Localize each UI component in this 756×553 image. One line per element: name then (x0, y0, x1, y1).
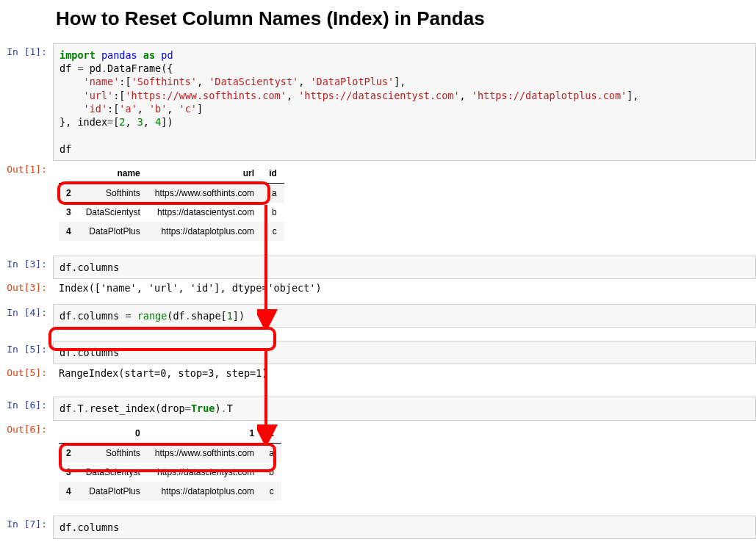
in-prompt-6: In [6]: (0, 397, 53, 420)
in-prompt-3: In [3]: (0, 256, 53, 279)
row-index: 3 (59, 203, 79, 222)
dataframe-output-1: nameurlid2Softhintshttps://www.softhints… (53, 161, 756, 250)
table-header: 2 (262, 424, 281, 444)
out-prompt-6: Out[6]: (0, 421, 53, 510)
table-cell: c (262, 482, 281, 501)
in-prompt-7: In [7]: (0, 516, 53, 539)
row-index: 3 (59, 463, 79, 482)
notebook-container: How to Reset Column Names (Index) in Pan… (0, 7, 756, 539)
cell-in-3: In [3]: df.columns (0, 256, 756, 279)
text-output-5: RangeIndex(start=0, stop=3, step=1) (53, 364, 756, 383)
table-row: 3DataScientysthttps://datascientyst.comb (59, 463, 281, 482)
table-cell: a (262, 183, 284, 203)
table-cell: https://datascientyst.com (148, 463, 262, 482)
in-prompt-5: In [5]: (0, 341, 53, 364)
row-index: 4 (59, 482, 79, 501)
table-cell: DataScientyst (79, 463, 148, 482)
cell-out-1: Out[1]: nameurlid2Softhintshttps://www.s… (0, 161, 756, 250)
table-cell: a (262, 443, 281, 463)
out-prompt-3: Out[3]: (0, 279, 53, 298)
page-title: How to Reset Column Names (Index) in Pan… (56, 7, 756, 30)
table-row: 4DataPlotPlushttps://dataplotplus.comc (59, 482, 281, 501)
table-cell: https://datascientyst.com (148, 203, 262, 222)
table-cell: b (262, 203, 284, 222)
table-row: 3DataScientysthttps://datascientyst.comb (59, 203, 284, 222)
table-cell: DataScientyst (79, 203, 148, 222)
cell-in-5: In [5]: df.columns (0, 341, 756, 364)
table-header (59, 424, 79, 444)
row-index: 2 (59, 443, 79, 463)
row-index: 2 (59, 183, 79, 203)
table-row: 4DataPlotPlushttps://dataplotplus.comc (59, 222, 284, 241)
table-cell: b (262, 463, 281, 482)
table-header (59, 164, 79, 184)
table-cell: c (262, 222, 284, 241)
text-output-3: Index(['name', 'url', 'id'], dtype='obje… (53, 279, 756, 298)
table-cell: https://dataplotplus.com (148, 482, 262, 501)
table-cell: https://www.softhints.com (148, 443, 262, 463)
cell-in-6: In [6]: df.T.reset_index(drop=True).T (0, 397, 756, 420)
code-input-5[interactable]: df.columns (53, 341, 756, 364)
cell-out-5: Out[5]: RangeIndex(start=0, stop=3, step… (0, 364, 756, 383)
table-cell: https://dataplotplus.com (148, 222, 262, 241)
table-header: id (262, 164, 284, 184)
row-index: 4 (59, 222, 79, 241)
code-input-3[interactable]: df.columns (53, 256, 756, 279)
dataframe-output-6: 0122Softhintshttps://www.softhints.coma3… (53, 421, 756, 510)
cell-in-1: In [1]: import pandas as pd df = pd.Data… (0, 43, 756, 161)
code-input-6[interactable]: df.T.reset_index(drop=True).T (53, 397, 756, 420)
code-input-4[interactable]: df.columns = range(df.shape[1]) (53, 304, 756, 328)
in-prompt-4: In [4]: (0, 304, 53, 328)
table-cell: https://www.softhints.com (148, 183, 262, 203)
in-prompt-1: In [1]: (0, 43, 53, 161)
code-input-1[interactable]: import pandas as pd df = pd.DataFrame({ … (53, 43, 756, 161)
table-row: 2Softhintshttps://www.softhints.coma (59, 183, 284, 203)
cell-out-3: Out[3]: Index(['name', 'url', 'id'], dty… (0, 279, 756, 298)
table-cell: DataPlotPlus (79, 222, 148, 241)
dataframe-table-6: 0122Softhintshttps://www.softhints.coma3… (59, 424, 281, 501)
out-prompt-1: Out[1]: (0, 161, 53, 250)
dataframe-table-1: nameurlid2Softhintshttps://www.softhints… (59, 164, 284, 241)
cell-in-4: In [4]: df.columns = range(df.shape[1]) (0, 304, 756, 328)
cell-out-6: Out[6]: 0122Softhintshttps://www.softhin… (0, 421, 756, 510)
table-header: url (148, 164, 262, 184)
table-row: 2Softhintshttps://www.softhints.coma (59, 443, 281, 463)
code-input-7[interactable]: df.columns (53, 516, 756, 539)
table-header: 0 (79, 424, 148, 444)
table-header: name (79, 164, 148, 184)
table-header: 1 (148, 424, 262, 444)
table-cell: DataPlotPlus (79, 482, 148, 501)
out-prompt-5: Out[5]: (0, 364, 53, 383)
cell-in-7: In [7]: df.columns (0, 516, 756, 539)
table-cell: Softhints (79, 183, 148, 203)
table-cell: Softhints (79, 443, 148, 463)
